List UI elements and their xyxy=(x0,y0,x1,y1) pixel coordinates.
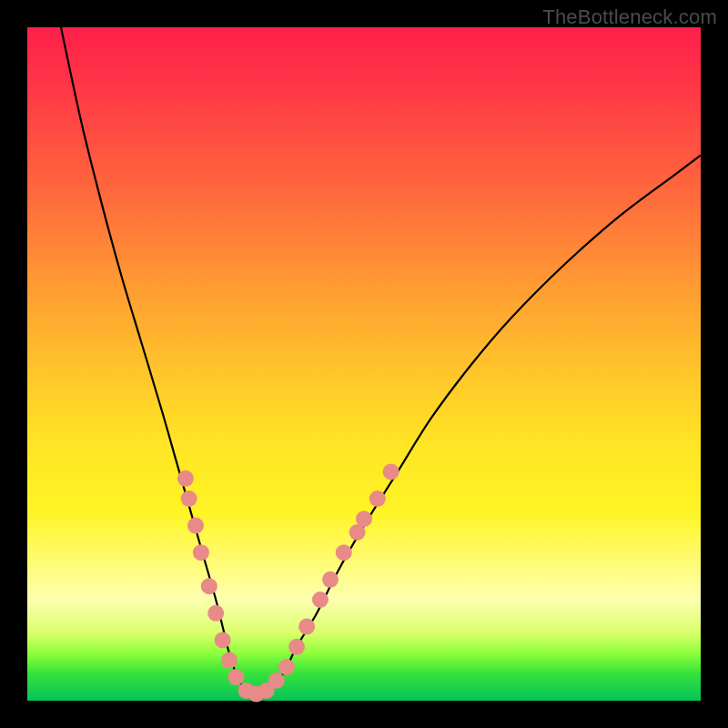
data-marker xyxy=(356,511,372,527)
chart-svg xyxy=(27,27,701,701)
data-marker xyxy=(215,632,231,648)
data-marker xyxy=(288,639,305,655)
data-marker xyxy=(322,571,339,588)
data-marker xyxy=(193,544,209,561)
data-marker xyxy=(383,463,399,480)
data-marker xyxy=(268,672,285,689)
data-marker xyxy=(177,470,194,487)
data-marker xyxy=(336,544,352,561)
data-marker xyxy=(298,619,315,635)
data-marker xyxy=(181,490,197,507)
watermark-text: TheBottleneck.com xyxy=(542,5,717,29)
data-marker xyxy=(207,605,224,622)
bottleneck-curve xyxy=(61,27,701,695)
data-marker xyxy=(369,490,386,507)
data-marker xyxy=(312,592,329,608)
data-marker xyxy=(187,518,204,534)
data-marker xyxy=(201,578,217,594)
marker-group xyxy=(177,463,399,702)
chart-frame: TheBottleneck.com xyxy=(0,0,728,728)
data-marker xyxy=(221,652,238,669)
data-marker xyxy=(228,669,244,685)
data-marker xyxy=(278,659,295,675)
